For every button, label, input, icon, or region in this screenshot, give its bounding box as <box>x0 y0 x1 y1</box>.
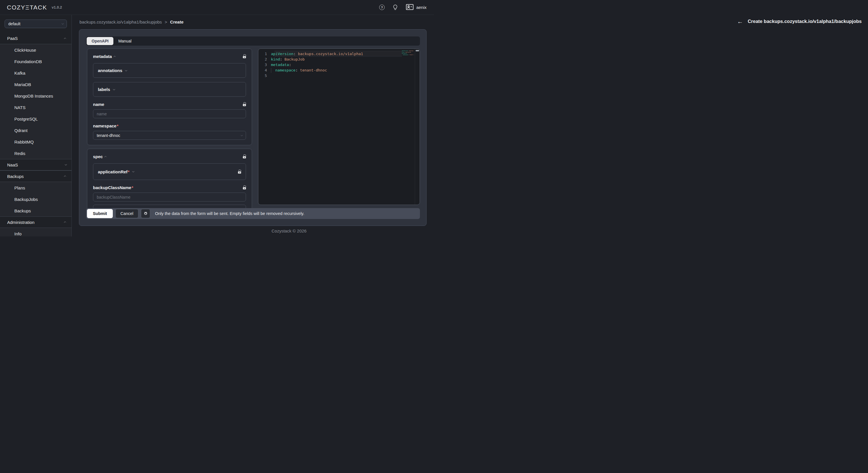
chevron-up-icon <box>104 156 107 158</box>
labels-group[interactable]: labels <box>93 82 246 97</box>
sidebar-item-nats[interactable]: NATS <box>0 102 71 113</box>
spec-title: spec <box>93 154 103 159</box>
help-icon[interactable]: ? <box>379 5 384 10</box>
name-input[interactable] <box>93 109 246 118</box>
plan-ref-group[interactable]: planRef <box>93 204 246 208</box>
action-bar: Submit Cancel Only the data from the for… <box>86 208 420 219</box>
section-label: NaaS <box>7 162 18 167</box>
submit-button[interactable]: Submit <box>87 209 113 218</box>
line-number: 3 <box>258 62 271 67</box>
editor-line[interactable]: 2kind: BackupJob <box>258 57 400 62</box>
sidebar-section-paas[interactable]: PaaS <box>0 33 71 44</box>
line-number: 1 <box>258 51 271 57</box>
unlock-icon[interactable] <box>243 186 246 189</box>
debug-button[interactable] <box>141 209 150 218</box>
metadata-section: metadata annotations labels name namespa… <box>87 49 252 145</box>
chevron-up-icon <box>64 38 66 40</box>
editor-line[interactable]: 3metadata: <box>258 62 400 67</box>
sidebar-item-backupjobs[interactable]: BackupJobs <box>0 193 71 205</box>
annotations-group[interactable]: annotations <box>93 63 246 78</box>
app-version: v1.0.2 <box>52 5 62 9</box>
sidebar-sections: PaaSClickHouseFoundationDBKafkaMariaDBMo… <box>0 33 71 236</box>
line-number: 2 <box>258 57 271 62</box>
project-select-value: default <box>8 22 20 26</box>
breadcrumb-separator: > <box>165 20 167 24</box>
scrollbar-divider <box>415 49 415 204</box>
chevron-down-icon <box>241 134 243 136</box>
unlock-icon[interactable] <box>243 55 246 58</box>
namespace-select[interactable]: tenant-dhnoc <box>93 131 246 140</box>
section-items: Info <box>0 228 71 236</box>
chevron-down-icon <box>65 163 67 165</box>
sidebar-item-info[interactable]: Info <box>0 228 71 236</box>
tab-manual[interactable]: Manual <box>113 37 136 45</box>
namespace-field-label: namespace* <box>93 123 246 128</box>
sidebar-item-rabbitmq[interactable]: RabbitMQ <box>0 136 71 148</box>
breadcrumb: backups.cozystack.io/v1alpha1/backupjobs… <box>80 20 183 24</box>
form-column: metadata annotations labels name namespa… <box>87 49 252 208</box>
breadcrumb-path[interactable]: backups.cozystack.io/v1alpha1/backupjobs <box>80 20 162 24</box>
chevron-down-icon <box>61 22 64 24</box>
spec-header[interactable]: spec <box>93 154 246 159</box>
name-field-label: name <box>93 102 246 107</box>
sidebar-item-kafka[interactable]: Kafka <box>0 67 71 78</box>
sidebar-item-clickhouse[interactable]: ClickHouse <box>0 44 71 56</box>
section-items: ClickHouseFoundationDBKafkaMariaDBMongoD… <box>0 44 71 159</box>
footer-copyright: Cozystack © 2026 <box>272 228 307 233</box>
application-ref-group[interactable]: applicationRef* <box>93 163 246 180</box>
sidebar-item-mariadb[interactable]: MariaDB <box>0 78 71 90</box>
username: aenix <box>416 5 427 10</box>
line-number: 4 <box>258 67 271 73</box>
minimap[interactable]: apiVersion: backups.cozystack.io/v1alpha… <box>402 50 414 55</box>
section-items: PlansBackupJobsBackups <box>0 182 71 216</box>
sidebar-item-plans[interactable]: Plans <box>0 182 71 193</box>
tab-openapi[interactable]: OpenAPI <box>87 37 113 45</box>
sidebar-item-redis[interactable]: Redis <box>0 148 71 159</box>
cancel-button[interactable]: Cancel <box>115 209 138 218</box>
chevron-up-icon <box>113 56 116 58</box>
sidebar-item-backups[interactable]: Backups <box>0 205 71 216</box>
section-label: PaaS <box>7 36 18 41</box>
unlock-icon[interactable] <box>243 102 246 106</box>
lightbulb-theme-icon[interactable] <box>393 4 398 11</box>
form-note: Only the data from the form will be sent… <box>155 211 304 216</box>
project-select[interactable]: default <box>5 20 67 28</box>
backup-class-input[interactable] <box>93 193 246 201</box>
yaml-editor[interactable]: 1apiVersion: backups.cozystack.io/v1alph… <box>258 49 420 205</box>
editor-mode-tabs: OpenAPI Manual <box>86 36 420 45</box>
user-card-icon <box>406 4 414 11</box>
editor-line[interactable]: 4namespace: tenant-dhnoc <box>258 67 400 73</box>
sidebar-section-naas[interactable]: NaaS <box>0 159 71 170</box>
chevron-down-icon <box>113 88 115 90</box>
top-header: COZYΞTACK v1.0.2 ? aenix <box>0 0 434 15</box>
sidebar-item-qdrant[interactable]: Qdrant <box>0 125 71 136</box>
bug-icon <box>143 211 148 216</box>
unlock-icon[interactable] <box>243 155 246 158</box>
metadata-title: metadata <box>93 54 112 59</box>
sidebar-item-foundationdb[interactable]: FoundationDB <box>0 56 71 67</box>
sidebar: default PaaSClickHouseFoundationDBKafkaM… <box>0 15 72 236</box>
indent-guide <box>271 68 275 73</box>
user-menu[interactable]: aenix <box>406 4 427 11</box>
section-label: Backups <box>7 174 24 179</box>
chevron-down-icon <box>125 69 127 71</box>
app-logo: COZYΞTACK <box>7 4 47 11</box>
sidebar-item-mongodb-instances[interactable]: MongoDB Instances <box>0 90 71 102</box>
chevron-up-icon <box>64 176 66 178</box>
labels-label: labels <box>98 87 110 92</box>
metadata-header[interactable]: metadata <box>93 54 246 59</box>
editor-line[interactable]: 5 <box>258 73 400 78</box>
annotations-label: annotations <box>98 68 122 73</box>
breadcrumb-current: Create <box>170 20 184 24</box>
unlock-icon[interactable] <box>238 170 241 174</box>
sidebar-section-backups[interactable]: Backups <box>0 170 71 182</box>
editor-line[interactable]: 1apiVersion: backups.cozystack.io/v1alph… <box>258 51 400 57</box>
namespace-select-value: tenant-dhnoc <box>97 133 120 138</box>
chevron-down-icon <box>132 170 134 172</box>
required-asterisk: * <box>117 123 119 128</box>
scrollbar-thumb[interactable] <box>415 50 419 51</box>
sidebar-section-administration[interactable]: Administration <box>0 216 71 228</box>
sidebar-item-postgresql[interactable]: PostgreSQL <box>0 113 71 125</box>
required-asterisk: * <box>131 185 133 190</box>
line-number: 5 <box>258 73 271 78</box>
